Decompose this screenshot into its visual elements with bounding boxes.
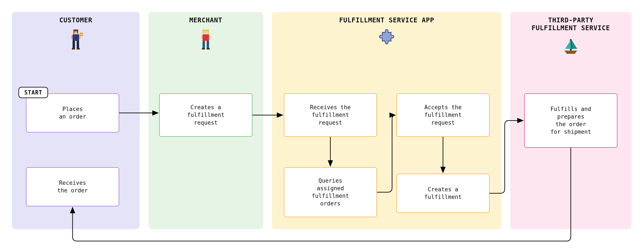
- column-merchant-title: MERCHANT: [148, 16, 263, 24]
- svg-rect-7: [77, 41, 79, 48]
- start-badge: START: [18, 87, 48, 98]
- svg-rect-8: [72, 48, 75, 50]
- box-places-order: Places an order: [26, 93, 119, 133]
- customer-icon: [66, 28, 86, 52]
- merchant-icon: [196, 28, 216, 52]
- box-creates-fulfillment: Creates a fulfillment: [396, 174, 490, 213]
- svg-rect-1: [74, 31, 78, 34]
- boat-icon: [561, 36, 580, 55]
- puzzle-icon: [378, 28, 395, 45]
- column-thirdparty-title: THIRD-PARTY FULFILLMENT SERVICE: [510, 16, 632, 32]
- box-accepts-request: Accepts the fulfillment request: [396, 93, 490, 137]
- svg-rect-9: [77, 48, 80, 50]
- svg-rect-14: [209, 35, 210, 39]
- svg-rect-6: [72, 41, 75, 48]
- svg-rect-12: [202, 34, 209, 41]
- column-app-title: FULFILLMENT SERVICE APP: [272, 16, 502, 24]
- box-fulfills-prepares: Fulfills and prepares the order for ship…: [524, 93, 617, 148]
- svg-rect-13: [201, 35, 202, 39]
- svg-rect-11: [204, 31, 208, 34]
- svg-rect-17: [202, 48, 205, 50]
- svg-rect-3: [71, 35, 72, 39]
- column-customer-title: CUSTOMER: [12, 16, 140, 24]
- svg-rect-16: [207, 41, 209, 48]
- box-receives-order: Receives the order: [26, 167, 119, 206]
- svg-rect-18: [207, 48, 210, 50]
- box-queries-orders: Queries assigned fulfillment orders: [284, 167, 377, 217]
- diagram-canvas: CUSTOMER MERCHANT: [0, 0, 644, 248]
- svg-rect-15: [202, 41, 205, 48]
- box-receives-request: Receives the fulfillment request: [284, 93, 377, 137]
- svg-rect-2: [72, 34, 79, 41]
- svg-point-5: [80, 33, 83, 36]
- box-creates-request: Creates a fulfillment request: [159, 93, 252, 137]
